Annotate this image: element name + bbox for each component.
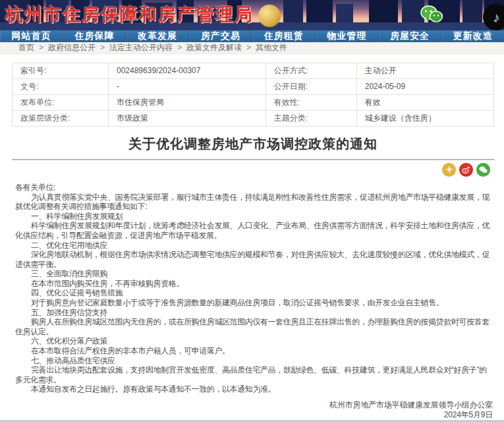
article-heading-7: 七、推动高品质住宅供应 xyxy=(15,356,494,366)
breadcrumb-other-docs[interactable]: 其他文件 xyxy=(256,42,287,53)
meta-label: 公开方式: xyxy=(266,63,356,78)
nav-item-renewal[interactable]: 更新改造 xyxy=(441,30,504,42)
meta-label: 发布单位: xyxy=(13,94,109,110)
article-paragraph: 本通知自发布之日起施行。原有政策与本通知不一致的，以本通知为准。 xyxy=(15,384,494,394)
wechat-icon[interactable] xyxy=(420,4,443,29)
meta-value-policy-level: 市级政策 xyxy=(109,110,266,126)
article-paragraph: 在本市范围内购买住房，不再审核购房资格。 xyxy=(15,279,494,289)
meta-label: 政策层级分类: xyxy=(13,110,109,126)
article-paragraph: 对于购房意向登记家庭数量小于或等于准售房源数量的新建商品住房项目，取消公证摇号销… xyxy=(15,298,494,308)
share-toolbar xyxy=(12,163,494,179)
meta-value-topic-category: 城乡建设（含住房） xyxy=(356,110,493,126)
meta-value-publisher: 市住保房管局 xyxy=(109,94,266,110)
site-subtitle: 杭州市房产信息网fcj.hangzhou.gov.cn xyxy=(5,28,210,30)
nav-item-home[interactable]: 网站首页 xyxy=(0,30,63,42)
site-subtitle-text: 杭州市房产信息网 xyxy=(5,29,100,30)
article-heading-2: 二、优化住宅用地供应 xyxy=(15,241,494,251)
article-paragraph: 购房人在所购住房城区范围内无住房的，或在所购住房城区范围内仅有一套住房且正在挂牌… xyxy=(15,317,494,336)
table-row: 文号: - 公开日期: 2024-05-09 xyxy=(13,78,494,94)
article-heading-6: 六、优化积分落户政策 xyxy=(15,336,494,346)
article-paragraph: 完善出让地块周边配套设施，支持因地制宜开发低密度、高品质住宅产品，鼓励绿色、低碳… xyxy=(15,365,494,384)
page-title: 关于优化调整房地产市场调控政策的通知 xyxy=(12,135,494,153)
meta-value-publish-date: 2024-05-09 xyxy=(356,78,493,94)
meta-value-index-number: 002489639/2024-00307 xyxy=(109,63,266,78)
site-title: 杭州市住房保障和房产管理局 xyxy=(5,3,254,26)
nav-item-reform[interactable]: 改革发展 xyxy=(126,30,190,42)
table-row: 发布单位: 市住保房管局 有效性: 有效 xyxy=(13,94,494,110)
meta-table: 索引号: 002489639/2024-00307 公开方式: 主动公开 文号:… xyxy=(12,63,494,127)
breadcrumb-separator: > xyxy=(39,43,43,52)
meta-label: 索引号: xyxy=(13,63,109,78)
nav-item-rental[interactable]: 住房租赁 xyxy=(252,30,316,42)
meta-label: 文号: xyxy=(13,78,109,94)
nav-item-housing-security[interactable]: 住房保障 xyxy=(63,30,126,42)
nav-item-building-safety[interactable]: 房屋安全 xyxy=(379,30,442,42)
site-banner: 杭州市住房保障和房产管理局 杭州市房产信息网fcj.hangzhou.gov.c… xyxy=(0,0,504,30)
meta-label: 公开日期: xyxy=(266,78,356,94)
meta-value-validity: 有效 xyxy=(356,94,493,110)
article-heading-1: 一、科学编制住房发展规划 xyxy=(15,212,494,222)
douyin-widget[interactable]: ♪ 抖音 xyxy=(480,4,504,30)
breadcrumb-separator: > xyxy=(100,43,105,52)
breadcrumb-gov-info[interactable]: 政府信息公开 xyxy=(48,42,96,53)
nav-item-transactions[interactable]: 房产交易 xyxy=(189,30,252,42)
article-paragraph: 在本市取得合法产权住房的非本市户籍人员，可申请落户。 xyxy=(15,346,494,356)
article-paragraph: 科学编制住房发展规划和年度计划，统筹考虑经济社会发展、人口变化、产业布局、住房供… xyxy=(15,221,494,240)
article-salutation: 各有关单位: xyxy=(15,183,494,193)
meta-value-doc-number: - xyxy=(109,78,266,94)
wechat-label: 微信 xyxy=(417,30,446,30)
breadcrumb-separator: > xyxy=(177,43,182,52)
meta-label: 有效性: xyxy=(266,94,356,110)
article-heading-4: 四、优化公证摇号销售措施 xyxy=(15,288,494,298)
table-row: 政策层级分类: 市级政策 主题分类: 城乡建设（含住房） xyxy=(13,110,494,126)
table-row: 索引号: 002489639/2024-00307 公开方式: 主动公开 xyxy=(13,63,494,78)
breadcrumb-policy-docs[interactable]: 政策文件及解读 xyxy=(186,42,242,53)
breadcrumb-separator: > xyxy=(246,43,251,52)
article-heading-3: 三、全面取消住房限购 xyxy=(15,269,494,279)
breadcrumb: 首页 > 政府信息公开 > 法定主动公开内容 > 政策文件及解读 > 其他文件 xyxy=(0,42,504,54)
wechat-widget[interactable]: 微信 xyxy=(417,4,446,30)
meta-label: 主题分类: xyxy=(266,110,356,126)
share-icon[interactable] xyxy=(442,163,456,177)
main-nav: 网站首页 住房保障 改革发展 房产交易 住房租赁 物业管理 房屋安全 更新改造 xyxy=(0,30,504,42)
signature-org: 杭州市房地产市场平稳健康发展领导小组办公室 xyxy=(12,400,493,410)
document-content: 索引号: 002489639/2024-00307 公开方式: 主动公开 文号:… xyxy=(0,54,504,420)
article-paragraph: 深化房地联动机制，根据住房市场供求情况动态调整宅地供应的规模和节奏，对住房供应较… xyxy=(15,250,494,269)
page: 杭州市住房保障和房产管理局 杭州市房产信息网fcj.hangzhou.gov.c… xyxy=(0,0,504,422)
signature-date: 2024年5月9日 xyxy=(12,410,493,420)
wechat-share-icon[interactable] xyxy=(476,163,490,177)
article-heading-5: 五、加强住房信贷支持 xyxy=(15,308,494,318)
signature-block: 杭州市房地产市场平稳健康发展领导小组办公室 2024年5月9日 xyxy=(12,400,494,420)
nav-item-property-mgmt[interactable]: 物业管理 xyxy=(316,30,379,42)
article-paragraph: 为认真贯彻落实党中央、国务院决策部署，履行城市主体责任，持续满足刚性和改善性住房… xyxy=(15,193,494,212)
douyin-icon[interactable]: ♪ xyxy=(483,4,504,30)
golden-globe-building xyxy=(258,5,281,27)
article-body: 各有关单位: 为认真贯彻落实党中央、国务院决策部署，履行城市主体责任，持续满足刚… xyxy=(12,183,494,394)
meta-value-publicity-method: 主动公开 xyxy=(356,63,493,78)
weibo-icon[interactable] xyxy=(459,163,473,177)
breadcrumb-public-content[interactable]: 法定主动公开内容 xyxy=(109,42,173,53)
breadcrumb-home[interactable]: 首页 xyxy=(18,42,34,53)
title-divider xyxy=(12,159,494,160)
